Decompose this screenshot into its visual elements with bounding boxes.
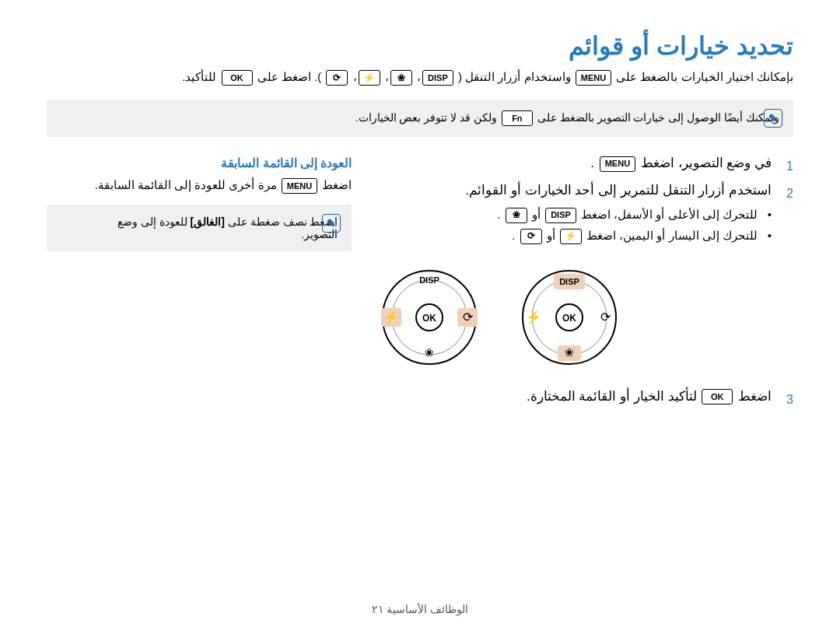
side-text: اضغط MENU مرة أخرى للعودة إلى القائمة ال…	[47, 178, 352, 194]
menu-key: MENU	[600, 156, 635, 172]
svg-text:OK: OK	[422, 313, 436, 324]
ok-key: OK	[702, 389, 733, 405]
page-title: تحديد خيارات أو قوائم	[47, 31, 793, 61]
timer-key: ⟳	[326, 70, 348, 86]
svg-text:❀: ❀	[425, 346, 434, 359]
disp-key: DISP	[545, 208, 576, 223]
note-fn: ✎ ويمكنك أيضًا الوصول إلى خيارات التصوير…	[47, 100, 793, 137]
fn-key: Fn	[502, 110, 533, 126]
side-heading: العودة إلى القائمة السابقة	[47, 156, 352, 170]
menu-key: MENU	[282, 178, 317, 194]
note-shutter: ✎ اضغط نصف ضغطة على [الغالق] للعودة إلى …	[47, 205, 352, 251]
menu-key: MENU	[576, 70, 611, 86]
side-column: العودة إلى القائمة السابقة اضغط MENU مرة…	[47, 152, 352, 413]
dial-horizontal: OK DISP ❀ ⚡ ⟳	[375, 263, 484, 372]
note-icon: ✎	[322, 214, 341, 233]
macro-icon: ❀	[565, 346, 574, 359]
flash-key: ⚡	[560, 229, 582, 244]
intro-text: بإمكانك اختيار الخيارات بالضغط على MENU …	[47, 70, 793, 86]
ok-label: OK	[562, 313, 576, 324]
svg-text:DISP: DISP	[420, 275, 440, 285]
main-column: في وضع التصوير، اضغط MENU . استخدم أزرار…	[375, 152, 793, 413]
disp-label: DISP	[560, 277, 580, 286]
timer-key: ⟳	[520, 229, 542, 244]
flash-key: ⚡	[359, 70, 380, 86]
step-2a: للتحرك إلى الأعلى أو الأسفل، اضغط DISP أ…	[375, 204, 772, 225]
timer-icon: ⟳	[463, 310, 474, 324]
step-3: اضغط OK لتأكيد الخيار أو القائمة المختار…	[375, 386, 793, 408]
page-footer: الوظائف الأساسية ٢١	[47, 603, 793, 615]
dial-vertical: OK DISP ❀ ⚡ ⟳	[515, 263, 624, 372]
flash-icon: ⚡	[383, 310, 399, 324]
flash-icon: ⚡	[526, 310, 541, 324]
step-2: استخدم أزرار التنقل للتمرير إلى أحد الخي…	[375, 180, 793, 246]
timer-icon: ⟳	[600, 310, 611, 324]
macro-key: ❀	[506, 208, 527, 223]
disp-key: DISP	[422, 70, 453, 86]
macro-key: ❀	[390, 70, 412, 86]
note-icon: ✎	[764, 109, 782, 128]
step-2b: للتحرك إلى اليسار أو اليمين، اضغط ⚡ أو ⟳…	[375, 225, 772, 246]
step-1: في وضع التصوير، اضغط MENU .	[375, 152, 793, 175]
shutter-label: [الغالق]	[191, 215, 225, 228]
ok-key: OK	[222, 70, 253, 86]
